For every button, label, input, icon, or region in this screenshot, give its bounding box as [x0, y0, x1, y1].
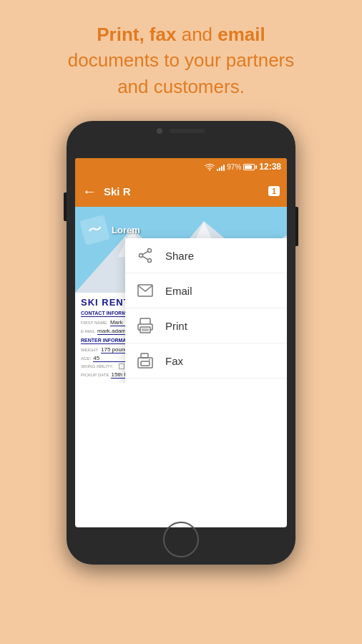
header-line3: and customers.: [68, 74, 295, 99]
camera-dot: [157, 128, 162, 134]
svg-point-7: [148, 259, 152, 263]
email-icon: [137, 282, 154, 299]
status-bar-icons: 97% 12:38: [205, 162, 281, 172]
svg-rect-11: [138, 285, 152, 296]
svg-rect-16: [138, 358, 152, 368]
wifi-icon: [205, 162, 215, 171]
first-name-label: First Name:: [81, 321, 108, 325]
battery-pct: 97%: [227, 163, 241, 171]
back-button[interactable]: ←: [82, 183, 97, 200]
age-field: Age: 45: [81, 355, 129, 362]
svg-point-0: [209, 170, 210, 171]
toolbar-title: Ski R: [104, 185, 261, 197]
header-bold1: Print, fax: [97, 24, 176, 45]
phone-screen: 97% 12:38 ← Ski R 1: [75, 158, 287, 527]
phone-home-button[interactable]: [163, 522, 199, 557]
svg-rect-12: [140, 318, 150, 324]
svg-point-6: [148, 249, 152, 253]
email-label: Email: [165, 285, 192, 297]
svg-rect-18: [141, 361, 150, 366]
context-menu: Share Email: [125, 238, 287, 383]
svg-rect-13: [140, 327, 150, 333]
svg-rect-17: [141, 353, 148, 358]
share-label: Share: [165, 250, 194, 262]
svg-point-8: [140, 254, 143, 258]
menu-item-crop: Crop and Enhance: [125, 379, 287, 383]
toolbar-badge: 1: [268, 186, 280, 196]
svg-line-10: [142, 256, 148, 260]
logo-icon: 〜: [79, 215, 110, 245]
phone-shell: 97% 12:38 ← Ski R 1: [67, 121, 295, 565]
phone-top-bezel: [157, 128, 205, 134]
document-area: 〜 Lorem SKI RENTA Contact Information: F…: [75, 207, 287, 383]
status-bar: 97% 12:38: [75, 158, 287, 175]
status-time: 12:38: [259, 162, 281, 172]
menu-item-email[interactable]: Email: [125, 273, 287, 308]
app-toolbar: ← Ski R 1: [75, 175, 287, 207]
header-line2: documents to your partners: [68, 47, 295, 73]
logo-text: Lorem: [112, 225, 140, 235]
weight-label: Weight:: [81, 348, 99, 352]
svg-point-19: [149, 359, 150, 361]
print-label: Print: [165, 320, 187, 332]
fax-label: Fax: [165, 355, 183, 367]
menu-item-share[interactable]: Share: [125, 238, 287, 273]
menu-item-print[interactable]: Print: [125, 308, 287, 343]
header-section: Print, fax and email documents to your p…: [39, 0, 323, 114]
age-value: 45: [93, 355, 129, 362]
signal-bars: [217, 162, 225, 171]
svg-line-9: [142, 251, 148, 255]
fax-icon: [137, 352, 154, 369]
battery-icon: [243, 164, 257, 170]
print-icon: [137, 317, 154, 334]
skiing-label: Skiing Ability:: [81, 364, 113, 369]
phone-mockup: 97% 12:38 ← Ski R 1: [67, 121, 295, 565]
share-icon: [137, 247, 154, 264]
menu-item-fax[interactable]: Fax: [125, 343, 287, 379]
pickup-label: Pickup Date: [81, 373, 109, 377]
age-label: Age:: [81, 356, 91, 361]
email-label: E-Mail: [81, 329, 95, 333]
speaker-bar: [170, 129, 205, 133]
header-bold2: email: [217, 24, 265, 45]
beginner-box: [119, 364, 124, 369]
header-and: and: [176, 24, 217, 45]
